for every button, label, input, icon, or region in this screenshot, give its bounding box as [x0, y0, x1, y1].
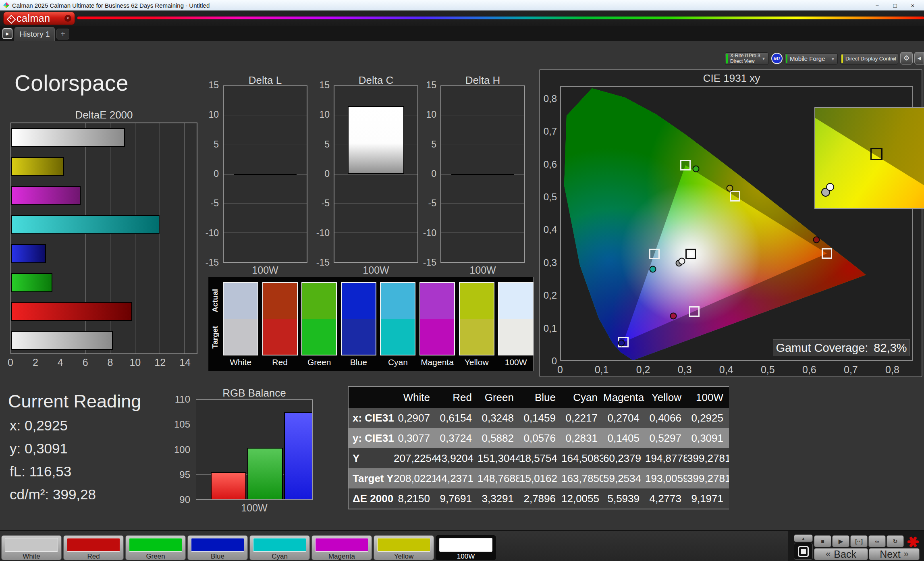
delta-c-y-axis: 151050-5-10-15: [313, 85, 332, 263]
pattern-button-red[interactable]: Red: [63, 535, 124, 560]
page-title: Colorspace: [15, 70, 129, 96]
axis-tick-label: 0,1: [595, 364, 609, 376]
swatch-column-white: White: [223, 282, 258, 367]
pattern-window-button[interactable]: [794, 543, 813, 560]
chevron-down-icon: ▼: [891, 57, 895, 61]
swatch-stack: [498, 282, 534, 355]
axis-tick-label: 2: [33, 357, 38, 368]
actual-swatch: [224, 283, 257, 319]
reading-cdm: cd/m²: 399,28: [10, 486, 96, 503]
expand-up-button[interactable]: ▲: [794, 534, 813, 542]
table-cell: 164,5083: [561, 448, 603, 468]
table-cell: 60,2379: [603, 448, 645, 468]
deltae-bar-white: [11, 331, 113, 350]
calman-logo-icon: [7, 15, 14, 22]
table-cell: 9,7691: [436, 488, 478, 509]
gridline: [441, 204, 524, 204]
interval-read-button[interactable]: [··]: [850, 535, 868, 547]
delta-c-plot: [334, 85, 418, 263]
row-label: x: CIE31: [349, 408, 394, 428]
axis-tick-label: 0,8: [885, 364, 899, 376]
swatch-column-100w: 100W: [498, 282, 534, 367]
actual-swatch: [263, 283, 297, 319]
pattern-button-green[interactable]: Green: [125, 535, 186, 560]
table-cell: 207,2254: [394, 448, 436, 468]
tab-history-1[interactable]: History 1: [15, 27, 55, 41]
axis-tick-label: 15: [208, 80, 219, 91]
table-cell: 0,2217: [561, 408, 603, 428]
axis-tick-label: 0: [324, 168, 330, 179]
table-cell: 0,1459: [519, 408, 561, 428]
back-label: Back: [834, 549, 856, 560]
reading-fL: fL: 116,53: [10, 463, 71, 480]
pattern-swatch: [439, 538, 492, 552]
pattern-button-magenta[interactable]: Magenta: [311, 535, 372, 560]
cie-target-white: [685, 249, 696, 259]
continuous-read-button[interactable]: ∞: [868, 535, 886, 547]
maximize-button[interactable]: □: [886, 0, 904, 10]
swatch-label: Magenta: [419, 357, 455, 367]
table-cell: 0,4066: [645, 408, 687, 428]
actual-swatch: [499, 283, 533, 319]
target-swatch: [381, 319, 415, 355]
pattern-button-100w[interactable]: 100W: [436, 535, 496, 560]
window-controls: − □ ×: [868, 0, 922, 10]
collapse-panel-button[interactable]: ◀: [914, 52, 924, 64]
row-label: ΔE 2000: [349, 488, 394, 509]
table-row: ΔE 20008,21509,76913,32912,789612,00555,…: [349, 488, 729, 509]
display-control-dropdown[interactable]: Direct Display Control ▼: [840, 53, 898, 64]
axis-tick-label: 0,5: [761, 364, 775, 376]
column-header: Green: [478, 387, 519, 408]
deltae-bar-red: [11, 302, 132, 321]
minimize-button[interactable]: −: [868, 0, 886, 10]
axis-tick-label: 95: [179, 469, 190, 480]
axis-tick-label: 10: [426, 109, 436, 120]
pattern-button-blue[interactable]: Blue: [187, 535, 248, 560]
stop-button[interactable]: ■: [814, 535, 831, 547]
axis-tick-label: 15: [319, 80, 330, 91]
target-row-label: Target: [210, 319, 220, 355]
tab-scroll-button[interactable]: ▶: [2, 28, 12, 39]
axis-tick-label: 10: [208, 109, 219, 120]
pattern-button-yellow[interactable]: Yellow: [374, 535, 434, 560]
axis-tick-label: 8: [108, 357, 113, 368]
close-button[interactable]: ×: [904, 0, 922, 10]
refresh-read-button[interactable]: ↻: [887, 535, 904, 547]
meter-count-badge[interactable]: 547: [771, 53, 783, 64]
back-button[interactable]: « Back: [814, 548, 868, 560]
swatch-label: Red: [262, 357, 298, 367]
column-header: [349, 387, 394, 408]
play-button[interactable]: ▶: [832, 535, 849, 547]
axis-tick-label: 0: [431, 168, 436, 179]
table-cell: 44,2371: [436, 468, 478, 488]
next-button[interactable]: Next »: [869, 548, 920, 560]
pattern-label: Blue: [188, 553, 247, 561]
reading-y: y: 0,3091: [10, 440, 68, 457]
axis-tick-label: 0: [214, 168, 219, 179]
meter-dropdown[interactable]: X-Rite i1Pro 3 Direct View ▼: [725, 52, 768, 65]
settings-gear-button[interactable]: ⚙: [900, 52, 913, 64]
pattern-label: Cyan: [250, 553, 309, 561]
add-tab-button[interactable]: +: [56, 29, 69, 39]
gamut-coverage-label: Gamut Coverage:: [776, 341, 868, 355]
pattern-button-white[interactable]: White: [1, 535, 62, 560]
reading-value: 116,53: [29, 463, 71, 479]
reading-label: fL:: [10, 463, 29, 479]
title-bar: Calman 2025 Calman Ultimate for Business…: [0, 0, 924, 10]
calman-menu-button[interactable]: calman ▼: [3, 12, 75, 25]
gridline: [441, 116, 524, 116]
axis-tick-label: 15: [426, 80, 436, 91]
table-cell: 43,9204: [436, 448, 478, 468]
delta-bar: [348, 106, 404, 174]
display-control-status-bar: [841, 54, 843, 63]
table-cell: 148,7688: [478, 468, 519, 488]
pattern-button-cyan[interactable]: Cyan: [249, 535, 310, 560]
source-dropdown[interactable]: Mobile Forge ▼: [785, 53, 838, 64]
cie-target-cyan: [649, 249, 660, 259]
table-cell: 0,5882: [478, 428, 519, 448]
pattern-label: 100W: [436, 553, 496, 561]
delta-h-y-axis: 151050-5-10-15: [419, 85, 439, 263]
swatch-stack: [459, 282, 494, 355]
gamut-coverage-value: 82,3%: [874, 341, 907, 355]
swatch-label: Cyan: [380, 357, 415, 367]
